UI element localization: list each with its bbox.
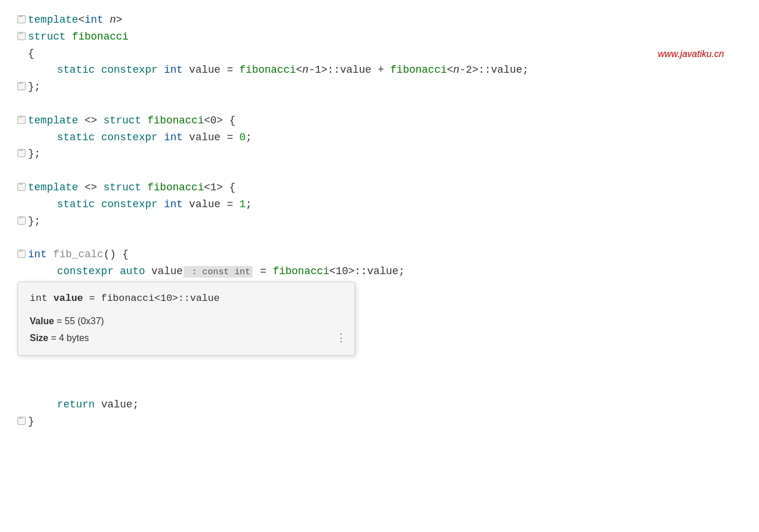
line-open-brace-1: { — [17, 45, 747, 62]
fold-icon-8[interactable] — [17, 249, 27, 258]
code-text: template <> struct fibonacci<0> { — [28, 112, 235, 129]
code-text: }; — [28, 213, 41, 230]
code-text: }; — [28, 146, 41, 162]
tooltip-rest: = fibonacci<10>::value — [83, 293, 220, 304]
tooltip-value-text: = 55 (0x37) — [56, 316, 104, 326]
tooltip-type: int — [30, 293, 54, 304]
code-text: static constexpr int value = fibonacci<n… — [57, 62, 529, 79]
line-return-value: return value; — [17, 396, 747, 413]
line-fib-calc-fn: int fib_calc() { — [17, 246, 747, 263]
tooltip-box: int value = fibonacci<10>::value Value =… — [17, 282, 355, 356]
fold-icon-9[interactable] — [17, 416, 27, 425]
line-static-constexpr-1: static constexpr int value = fibonacci<n… — [17, 62, 747, 79]
tooltip-signature: int value = fibonacci<10>::value — [30, 290, 343, 306]
line-template-n: template<int n> — [17, 12, 747, 29]
tooltip-info: Value = 55 (0x37) Size = 4 bytes — [30, 313, 343, 347]
fold-icon-7[interactable] — [17, 215, 27, 225]
code-text: { — [28, 45, 34, 62]
tooltip-size-line: Size = 4 bytes — [30, 330, 343, 347]
fold-icon-2[interactable] — [17, 31, 27, 40]
line-close-brace-3: }; — [17, 213, 747, 230]
fold-icon-4[interactable] — [17, 115, 27, 124]
code-text: static constexpr int value = 0; — [57, 129, 252, 146]
type-hint-badge: : const int — [184, 266, 253, 278]
line-static-constexpr-1b: static constexpr int value = 1; — [17, 196, 747, 213]
line-static-constexpr-0: static constexpr int value = 0; — [17, 129, 747, 146]
code-text: constexpr auto value : const int = fibon… — [57, 263, 405, 280]
code-text: }; — [28, 79, 41, 95]
line-template-fib1: template <> struct fibonacci<1> { — [17, 179, 747, 196]
code-text: struct fibonacci — [28, 29, 129, 45]
code-text: } — [28, 413, 34, 430]
line-close-brace-2: }; — [17, 146, 747, 162]
tooltip-menu-icon[interactable]: ⋮ — [336, 330, 346, 347]
fold-icon-6[interactable] — [17, 182, 27, 191]
code-text: int fib_calc() { — [28, 246, 129, 263]
line-close-brace-4: } — [17, 413, 747, 430]
code-text: static constexpr int value = 1; — [57, 196, 252, 213]
code-text: return value; — [57, 396, 139, 413]
code-editor: www.javatiku.cn template<int n> struct f… — [17, 12, 747, 430]
fold-icon-5[interactable] — [17, 148, 27, 157]
code-text: template <> struct fibonacci<1> { — [28, 179, 235, 196]
line-close-brace-1: }; — [17, 79, 747, 95]
line-constexpr-auto-value: constexpr auto value : const int = fibon… — [17, 263, 747, 280]
line-template-fib0: template <> struct fibonacci<0> { — [17, 112, 747, 129]
tooltip-value-label: Value — [30, 316, 54, 326]
tooltip-size-label: Size — [30, 333, 48, 343]
fold-icon-1[interactable] — [17, 14, 27, 23]
line-struct-fib: struct fibonacci — [17, 29, 747, 45]
fold-icon-3[interactable] — [17, 81, 27, 90]
tooltip-value-line: Value = 55 (0x37) — [30, 313, 343, 330]
code-text: template<int n> — [28, 12, 122, 29]
tooltip-size-text: = 4 bytes — [51, 333, 88, 343]
tooltip-name: value — [54, 293, 83, 304]
